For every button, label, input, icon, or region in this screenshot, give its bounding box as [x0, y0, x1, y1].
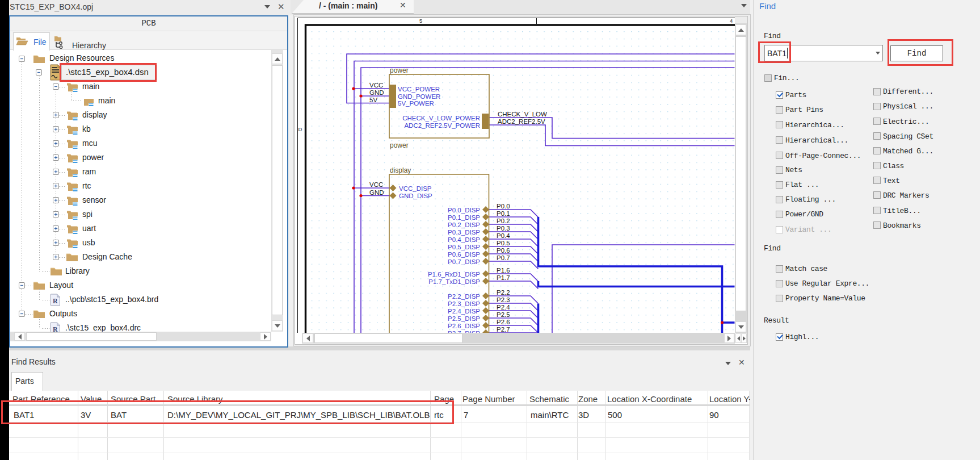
- svg-text:P1.6: P1.6: [497, 267, 510, 274]
- svg-text:P1.6_RxD1_DISP: P1.6_RxD1_DISP: [428, 271, 480, 278]
- svg-text:GND: GND: [369, 189, 384, 196]
- svg-text:P2.7: P2.7: [497, 326, 510, 333]
- svg-text:P0.1_DISP: P0.1_DISP: [448, 214, 480, 221]
- svg-text:P1.7_TxD1_DISP: P1.7_TxD1_DISP: [428, 278, 480, 285]
- svg-text:P0.5: P0.5: [497, 240, 510, 246]
- svg-text:display: display: [390, 166, 411, 174]
- svg-text:CHECK_V_LOW: CHECK_V_LOW: [498, 111, 547, 118]
- svg-text:P2.5_DISP: P2.5_DISP: [448, 315, 480, 322]
- svg-text:P2.3: P2.3: [497, 296, 510, 303]
- svg-text:ADC2_REF2.5V: ADC2_REF2.5V: [498, 118, 545, 125]
- svg-text:P0.0: P0.0: [497, 203, 510, 210]
- svg-text:P0.4: P0.4: [497, 232, 510, 239]
- svg-text:power: power: [390, 66, 409, 74]
- svg-text:VCC_DISP: VCC_DISP: [399, 185, 432, 192]
- svg-text:power: power: [390, 141, 409, 149]
- svg-text:GND_DISP: GND_DISP: [399, 193, 432, 199]
- svg-text:P2.4: P2.4: [497, 304, 510, 311]
- svg-text:VCC: VCC: [369, 181, 383, 188]
- svg-text:P0.7: P0.7: [497, 254, 510, 261]
- svg-text:P0.1: P0.1: [497, 210, 510, 217]
- svg-text:GND: GND: [369, 89, 384, 96]
- svg-text:P2.6_DISP: P2.6_DISP: [448, 323, 480, 329]
- svg-text:P0.4_DISP: P0.4_DISP: [448, 236, 480, 243]
- svg-text:P0.2_DISP: P0.2_DISP: [448, 221, 480, 228]
- svg-text:P2.2_DISP: P2.2_DISP: [448, 293, 480, 300]
- svg-text:P2.6: P2.6: [497, 319, 510, 325]
- svg-text:GND_POWER: GND_POWER: [398, 93, 440, 100]
- svg-text:4: 4: [730, 18, 733, 24]
- svg-text:P0.3_DISP: P0.3_DISP: [448, 229, 480, 236]
- svg-text:ADC2_REF2.5V_POWER: ADC2_REF2.5V_POWER: [404, 122, 480, 129]
- svg-text:P0.6: P0.6: [497, 247, 510, 254]
- svg-text:5V_POWER: 5V_POWER: [398, 100, 434, 107]
- svg-text:P2.4_DISP: P2.4_DISP: [448, 308, 480, 315]
- svg-text:CHECK_V_LOW_POWER: CHECK_V_LOW_POWER: [402, 115, 480, 122]
- svg-text:P2.2: P2.2: [497, 289, 510, 296]
- svg-text:5V: 5V: [369, 97, 377, 103]
- svg-text:P1.7: P1.7: [497, 274, 510, 281]
- svg-text:P0.7_DISP: P0.7_DISP: [448, 258, 480, 265]
- svg-text:P0.5_DISP: P0.5_DISP: [448, 244, 480, 250]
- svg-text:D: D: [298, 126, 302, 132]
- svg-text:P0.3: P0.3: [497, 225, 510, 232]
- svg-text:P0.6_DISP: P0.6_DISP: [448, 251, 480, 258]
- svg-text:P2.5: P2.5: [497, 311, 510, 318]
- svg-text:P2.3_DISP: P2.3_DISP: [448, 300, 480, 307]
- svg-text:VCC_POWER: VCC_POWER: [398, 86, 440, 93]
- svg-text:VCC: VCC: [369, 82, 383, 89]
- svg-text:P0.0_DISP: P0.0_DISP: [448, 207, 480, 214]
- svg-text:P0.2: P0.2: [497, 218, 510, 224]
- svg-text:R: R: [53, 297, 58, 305]
- svg-text:5: 5: [419, 18, 422, 24]
